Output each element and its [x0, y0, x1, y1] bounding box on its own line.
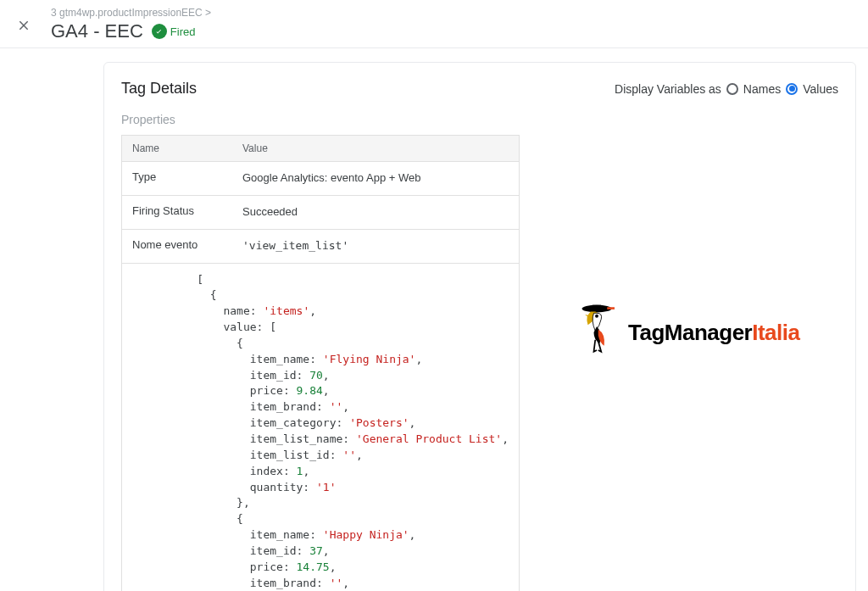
display-vars-group: Display Variables as Names Values — [615, 82, 838, 96]
radio-values[interactable] — [786, 83, 798, 95]
table-row: Nome evento 'view_item_list' — [122, 230, 519, 264]
table-header: Name Value — [122, 136, 519, 162]
radio-names[interactable] — [726, 83, 738, 95]
close-button[interactable] — [14, 15, 34, 36]
col-header-value: Value — [232, 136, 519, 161]
properties-section-label: Properties — [121, 113, 838, 126]
main-area: Tag Details Display Variables as Names V… — [0, 48, 868, 591]
tagmanageritalia-logo: TagManagerItalia — [576, 303, 799, 362]
row-type-label: Type — [122, 162, 232, 195]
svg-rect-1 — [593, 305, 602, 309]
row-firing-label: Firing Status — [122, 196, 232, 229]
row-type-value: Google Analytics: evento App + Web — [232, 162, 519, 195]
radio-names-label[interactable]: Names — [743, 82, 781, 96]
fired-label: Fired — [170, 25, 196, 38]
row-event-label: Nome evento — [122, 230, 232, 263]
logo-text-italia: Italia — [752, 320, 799, 345]
page-title: GA4 - EEC — [51, 20, 143, 42]
card-title: Tag Details — [121, 80, 197, 98]
table-row: Firing Status Succeeded — [122, 196, 519, 230]
row-code-label — [122, 264, 186, 591]
table-row: Type Google Analytics: evento App + Web — [122, 162, 519, 196]
row-code-value: [ { name: 'items', value: [ { item_name:… — [186, 264, 519, 591]
logo-text-main: TagManager — [628, 320, 752, 345]
check-circle-icon — [152, 24, 167, 39]
radio-values-label[interactable]: Values — [803, 82, 838, 96]
row-event-value: 'view_item_list' — [232, 230, 519, 263]
fired-badge: Fired — [152, 24, 196, 39]
woodpecker-icon — [576, 303, 623, 362]
title-row: GA4 - EEC Fired — [51, 20, 854, 42]
logo-text: TagManagerItalia — [628, 320, 799, 346]
col-header-name: Name — [122, 136, 232, 161]
svg-point-3 — [595, 315, 598, 318]
table-row: [ { name: 'items', value: [ { item_name:… — [122, 264, 519, 591]
row-firing-value: Succeeded — [232, 196, 519, 229]
card-head-row: Tag Details Display Variables as Names V… — [121, 80, 838, 98]
close-icon — [17, 19, 31, 32]
properties-table: Name Value Type Google Analytics: evento… — [121, 135, 520, 591]
breadcrumb[interactable]: 3 gtm4wp.productImpressionEEC > — [51, 7, 854, 19]
display-vars-label: Display Variables as — [615, 82, 721, 96]
header-bar: 3 gtm4wp.productImpressionEEC > GA4 - EE… — [0, 0, 868, 48]
header-content: 3 gtm4wp.productImpressionEEC > GA4 - EE… — [51, 7, 854, 42]
svg-rect-2 — [607, 307, 615, 309]
